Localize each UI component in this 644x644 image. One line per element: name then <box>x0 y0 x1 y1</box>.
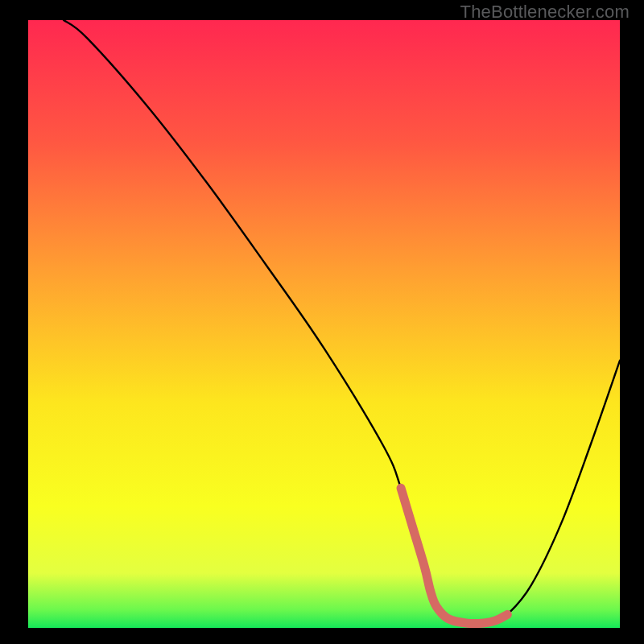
chart-stage <box>28 20 620 628</box>
watermark-text: TheBottlenecker.com <box>460 2 630 23</box>
gradient-background <box>28 20 620 628</box>
chart-svg <box>28 20 620 628</box>
chart-container: { "watermark": "TheBottlenecker.com", "c… <box>0 0 644 644</box>
